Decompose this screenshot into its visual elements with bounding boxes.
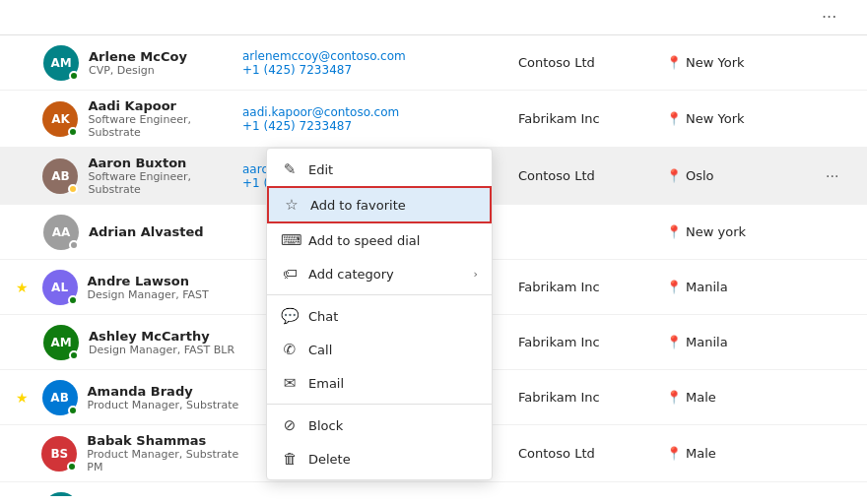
contact-row[interactable]: AM Arlene McCoy CVP, Design arlenemccoy@… (0, 35, 867, 91)
menu-item-chat[interactable]: 💬 Chat (267, 299, 492, 333)
contact-info: Ashley McCarthy Design Manager, FAST BLR (89, 329, 234, 356)
menu-item-edit[interactable]: ✎ Edit (267, 153, 492, 186)
location-icon: 📍 (666, 224, 682, 239)
office-cell: 📍 New York (666, 111, 822, 126)
contact-title: Product Manager, Substrate PM (87, 448, 242, 473)
avatar-initials: AA (52, 225, 71, 239)
location-icon: 📍 (666, 446, 682, 461)
avatar-wrapper: AA (43, 215, 79, 250)
more-button[interactable]: ··· (822, 165, 842, 187)
contact-name: Aadi Kapoor (88, 98, 242, 113)
name-cell: BD Beth Davis Architect, Substrate (16, 492, 242, 497)
contact-name: Beth Davis (89, 496, 197, 497)
office-name: Male (686, 446, 716, 461)
contact-name: Aaron Buxton (88, 156, 242, 170)
contact-title: Design Manager, FAST (88, 288, 209, 301)
avatar-wrapper: AM (43, 325, 79, 360)
avatar-wrapper: AB (42, 380, 78, 415)
actions-cell[interactable]: ··· (822, 165, 851, 187)
office-name: New York (686, 55, 745, 70)
location-icon: 📍 (666, 390, 682, 405)
company-cell: Fabrikam Inc (518, 280, 666, 294)
avatar-wrapper: AM (43, 45, 79, 81)
menu-item-add_speed_dial[interactable]: ⌨ Add to speed dial (267, 223, 492, 257)
contact-info: Amanda Brady Product Manager, Substrate (88, 384, 239, 411)
contact-email: arlenemccoy@contoso.com (242, 49, 518, 63)
name-cell: AM Arlene McCoy CVP, Design (16, 45, 242, 81)
avatar-initials: AB (51, 169, 69, 183)
contact-title: Product Manager, Substrate (88, 399, 239, 411)
company-cell: Contoso Ltd (518, 446, 666, 461)
contact-row[interactable]: BD Beth Davis Architect, Substrate beth.… (0, 482, 867, 496)
menu-item-add_favorite[interactable]: ☆ Add to favorite (267, 186, 492, 223)
contact-row[interactable]: AK Aadi Kapoor Software Engineer, Substr… (0, 91, 867, 148)
contact-phone: +1 (425) 7233487 (242, 63, 518, 77)
menu-item-call[interactable]: ✆ Call (267, 333, 492, 366)
call-label: Call (308, 343, 332, 357)
context-menu: ✎ Edit ☆ Add to favorite ⌨ Add to speed … (266, 148, 493, 480)
contact-info: Aadi Kapoor Software Engineer, Substrate (88, 98, 242, 139)
status-dot (68, 127, 78, 137)
office-name: Manila (686, 280, 728, 294)
edit-label: Edit (308, 162, 333, 177)
menu-divider (267, 294, 492, 295)
email-label: Email (308, 376, 344, 391)
office-name: New york (686, 224, 746, 239)
name-cell: BS Babak Shammas Product Manager, Substr… (16, 433, 242, 473)
office-cell: 📍 Manila (666, 335, 822, 349)
add_speed_dial-label: Add to speed dial (308, 233, 420, 248)
contact-title: CVP, Design (89, 64, 187, 77)
office-name: Manila (686, 335, 728, 349)
location-icon: 📍 (666, 55, 682, 70)
menu-item-block[interactable]: ⊘ Block (267, 409, 492, 442)
menu-item-add_category[interactable]: 🏷 Add category › (267, 257, 492, 290)
menu-item-delete[interactable]: 🗑 Delete (267, 442, 492, 475)
contact-title: Software Engineer, Substrate (88, 170, 242, 196)
avatar-wrapper: BS (41, 436, 77, 472)
contact-phone: +1 (425) 7233487 (242, 119, 518, 133)
contact-name: Babak Shammas (87, 433, 242, 448)
contact-name: Andre Lawson (88, 274, 209, 288)
add_category-icon: 🏷 (281, 265, 299, 283)
contact-info: Beth Davis Architect, Substrate (89, 496, 197, 497)
add_favorite-label: Add to favorite (310, 198, 406, 213)
status-dot (68, 406, 78, 415)
location-icon: 📍 (666, 280, 682, 294)
office-name: New York (686, 111, 745, 126)
contact-title: Software Engineer, Substrate (88, 113, 242, 139)
avatar-initials: BS (50, 447, 68, 461)
contact-info: Andre Lawson Design Manager, FAST (88, 274, 209, 301)
company-cell: Contoso Ltd (518, 55, 666, 70)
status-dot (67, 462, 77, 472)
company-cell: Contoso Ltd (518, 168, 666, 183)
location-icon: 📍 (666, 111, 682, 126)
office-name: Male (686, 390, 716, 405)
office-cell: 📍 Oslo (666, 168, 822, 183)
menu-divider (267, 404, 492, 405)
avatar-wrapper: BD (43, 492, 79, 497)
office-cell: 📍 Male (666, 390, 822, 405)
contact-name: Amanda Brady (88, 384, 239, 399)
edit-icon: ✎ (281, 160, 299, 178)
delete-icon: 🗑 (281, 450, 299, 468)
status-dot (69, 71, 79, 81)
avatar-wrapper: AL (42, 270, 78, 305)
company-cell: Fabrikam Inc (518, 335, 666, 349)
contact-info: Babak Shammas Product Manager, Substrate… (87, 433, 242, 473)
col-actions-header: ··· (822, 8, 851, 27)
avatar-initials: AK (51, 112, 70, 126)
name-cell: ★ AB Amanda Brady Product Manager, Subst… (16, 380, 242, 415)
name-cell: AA Adrian Alvasted (16, 215, 242, 250)
office-cell: 📍 Manila (666, 280, 822, 294)
location-icon: 📍 (666, 168, 682, 183)
add_favorite-icon: ☆ (283, 196, 300, 214)
menu-item-email[interactable]: ✉ Email (267, 366, 492, 400)
company-cell: Fabrikam Inc (518, 111, 666, 126)
status-dot (69, 350, 79, 360)
location-icon: 📍 (666, 335, 682, 349)
contact-info: Adrian Alvasted (89, 224, 204, 239)
office-name: Oslo (686, 168, 714, 183)
contact-name: Arlene McCoy (89, 49, 187, 64)
name-cell: AB Aaron Buxton Software Engineer, Subst… (16, 156, 242, 196)
email-icon: ✉ (281, 374, 299, 392)
